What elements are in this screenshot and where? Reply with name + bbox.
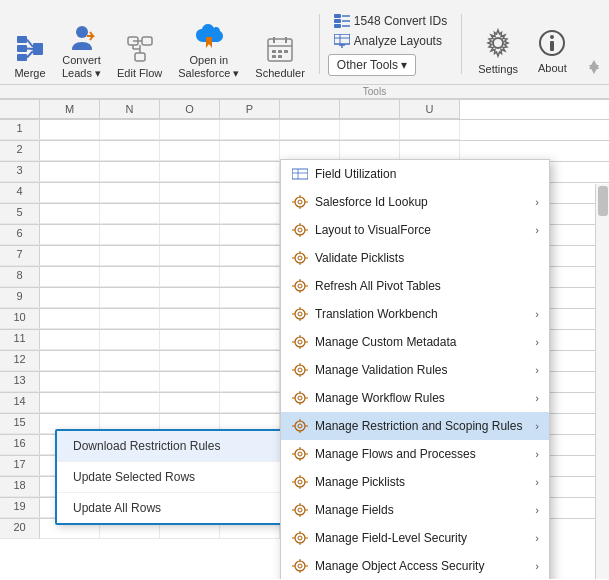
cell[interactable] xyxy=(100,330,160,350)
cell[interactable] xyxy=(100,225,160,245)
cell[interactable] xyxy=(220,141,280,161)
dropdown-item-manage-object-access[interactable]: Manage Object Access Security› xyxy=(281,552,549,579)
merge-button[interactable]: Merge xyxy=(8,18,52,84)
cell[interactable] xyxy=(100,120,160,140)
cell[interactable] xyxy=(220,183,280,203)
vertical-scrollbar[interactable] xyxy=(595,184,609,579)
cell[interactable] xyxy=(220,393,280,413)
cell[interactable] xyxy=(160,309,220,329)
cell[interactable] xyxy=(280,120,340,140)
cell[interactable] xyxy=(160,141,220,161)
cell[interactable] xyxy=(40,309,100,329)
cell[interactable] xyxy=(40,246,100,266)
dropdown-item-manage-fields[interactable]: Manage Fields› xyxy=(281,496,549,524)
cell[interactable] xyxy=(40,225,100,245)
cell[interactable] xyxy=(100,246,160,266)
cell[interactable] xyxy=(40,288,100,308)
dropdown-item-refresh-pivot[interactable]: Refresh All Pivot Tables xyxy=(281,272,549,300)
cell[interactable] xyxy=(160,288,220,308)
cell[interactable] xyxy=(40,120,100,140)
context-menu: Download Restriction Rules Update Select… xyxy=(55,429,285,525)
cell[interactable] xyxy=(220,267,280,287)
cell[interactable] xyxy=(160,225,220,245)
cell[interactable] xyxy=(220,351,280,371)
scrollbar-thumb[interactable] xyxy=(598,186,608,216)
cell[interactable] xyxy=(340,141,400,161)
cell[interactable] xyxy=(400,141,460,161)
edit-flow-button[interactable]: Edit Flow xyxy=(111,18,168,84)
analyze-layouts-label: Analyze Layouts xyxy=(354,34,442,48)
cell[interactable] xyxy=(40,393,100,413)
dropdown-item-field-utilization[interactable]: Field Utilization xyxy=(281,160,549,188)
dropdown-item-salesforce-id-lookup[interactable]: Salesforce Id Lookup› xyxy=(281,188,549,216)
ribbon-scroll-right xyxy=(587,57,601,84)
cell[interactable] xyxy=(340,120,400,140)
cell[interactable] xyxy=(40,267,100,287)
scheduler-button[interactable]: Scheduler xyxy=(249,18,311,84)
cell[interactable] xyxy=(100,372,160,392)
cell[interactable] xyxy=(40,183,100,203)
other-tools-button[interactable]: Other Tools ▾ xyxy=(328,54,416,76)
cell[interactable] xyxy=(220,330,280,350)
cell[interactable] xyxy=(40,162,100,182)
cell[interactable] xyxy=(100,393,160,413)
cell[interactable] xyxy=(160,393,220,413)
cell[interactable] xyxy=(40,330,100,350)
cell[interactable] xyxy=(220,372,280,392)
dropdown-item-manage-restriction[interactable]: Manage Restriction and Scoping Rules› xyxy=(281,412,549,440)
cell[interactable] xyxy=(40,351,100,371)
dropdown-item-manage-custom-metadata[interactable]: Manage Custom Metadata› xyxy=(281,328,549,356)
cell[interactable] xyxy=(100,183,160,203)
cell[interactable] xyxy=(160,267,220,287)
convert-ids-button[interactable]: 1548 Convert IDs xyxy=(328,12,453,30)
dropdown-item-validate-picklists[interactable]: Validate Picklists xyxy=(281,244,549,272)
dropdown-item-translation-workbench[interactable]: Translation Workbench› xyxy=(281,300,549,328)
open-salesforce-button[interactable]: Open inSalesforce ▾ xyxy=(172,18,245,84)
cell[interactable] xyxy=(100,351,160,371)
about-label: About xyxy=(538,62,567,74)
cell[interactable] xyxy=(100,267,160,287)
cell[interactable] xyxy=(40,141,100,161)
context-menu-download-restriction[interactable]: Download Restriction Rules xyxy=(57,431,283,462)
cell[interactable] xyxy=(220,204,280,224)
cell[interactable] xyxy=(160,162,220,182)
cell[interactable] xyxy=(160,183,220,203)
cell[interactable] xyxy=(160,372,220,392)
cell[interactable] xyxy=(40,204,100,224)
cell[interactable] xyxy=(280,141,340,161)
cell[interactable] xyxy=(40,372,100,392)
cell[interactable] xyxy=(160,204,220,224)
cell[interactable] xyxy=(100,309,160,329)
cell[interactable] xyxy=(220,309,280,329)
cell[interactable] xyxy=(220,162,280,182)
cell[interactable] xyxy=(100,141,160,161)
cell[interactable] xyxy=(100,288,160,308)
context-menu-update-all[interactable]: Update All Rows xyxy=(57,493,283,523)
cell[interactable] xyxy=(220,288,280,308)
dropdown-item-layout-to-visualforce[interactable]: Layout to VisualForce› xyxy=(281,216,549,244)
cell[interactable] xyxy=(100,162,160,182)
dropdown-item-manage-field-security[interactable]: Manage Field-Level Security› xyxy=(281,524,549,552)
dropdown-item-manage-flows[interactable]: Manage Flows and Processes› xyxy=(281,440,549,468)
manage-custom-metadata-arrow: › xyxy=(535,336,539,348)
settings-button[interactable]: Settings xyxy=(470,18,526,84)
row-number: 14 xyxy=(0,393,40,413)
analyze-layouts-button[interactable]: Analyze Layouts xyxy=(328,32,453,50)
row-number: 9 xyxy=(0,288,40,308)
about-button[interactable]: About xyxy=(530,18,575,84)
cell[interactable] xyxy=(160,120,220,140)
cell[interactable] xyxy=(160,246,220,266)
cell[interactable] xyxy=(220,246,280,266)
refresh-pivot-label: Refresh All Pivot Tables xyxy=(315,279,441,293)
cell[interactable] xyxy=(400,120,460,140)
cell[interactable] xyxy=(160,330,220,350)
convert-leads-button[interactable]: ConvertLeads ▾ xyxy=(56,18,107,84)
dropdown-item-manage-picklists[interactable]: Manage Picklists› xyxy=(281,468,549,496)
cell[interactable] xyxy=(220,120,280,140)
cell[interactable] xyxy=(160,351,220,371)
dropdown-item-manage-validation-rules[interactable]: Manage Validation Rules› xyxy=(281,356,549,384)
cell[interactable] xyxy=(220,225,280,245)
context-menu-update-selected[interactable]: Update Selected Rows xyxy=(57,462,283,493)
dropdown-item-manage-workflow-rules[interactable]: Manage Workflow Rules› xyxy=(281,384,549,412)
cell[interactable] xyxy=(100,204,160,224)
